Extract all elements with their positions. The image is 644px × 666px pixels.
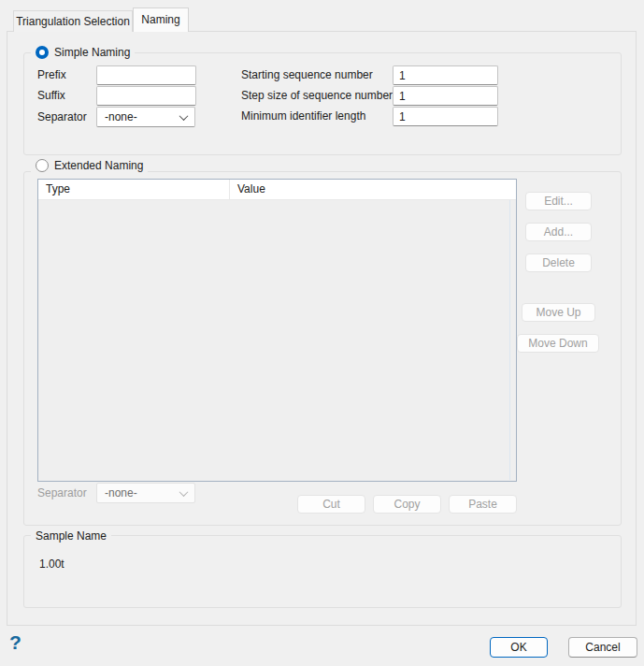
extended-naming-legend: Extended Naming	[31, 158, 148, 173]
cancel-button[interactable]: Cancel	[568, 637, 637, 658]
extended-separator-dropdown-value: -none-	[105, 486, 180, 500]
prefix-input[interactable]	[96, 65, 196, 85]
min-identifier-length-input[interactable]	[393, 107, 498, 126]
move-up-button[interactable]: Move Up	[522, 303, 595, 322]
table-gridline	[509, 200, 510, 480]
add-button[interactable]: Add...	[525, 223, 592, 241]
tab-label: Naming	[141, 13, 179, 26]
prefix-label: Prefix	[37, 65, 66, 85]
separator-label: Separator	[37, 108, 87, 127]
starting-sequence-number-label: Starting sequence number	[241, 65, 373, 85]
min-identifier-length-label: Minimum identifier length	[241, 107, 365, 126]
delete-button[interactable]: Delete	[525, 253, 592, 272]
naming-dialog: Triangulation Selection Naming Simple Na…	[0, 0, 644, 666]
column-header-type[interactable]: Type	[38, 180, 230, 199]
extended-separator-dropdown[interactable]: -none-	[96, 483, 195, 503]
chevron-down-icon	[179, 111, 189, 121]
tab-label: Triangulation Selection	[16, 15, 130, 28]
copy-button[interactable]: Copy	[373, 495, 441, 514]
step-size-input[interactable]	[393, 86, 498, 106]
column-header-value[interactable]: Value	[230, 180, 516, 199]
ok-button[interactable]: OK	[490, 637, 548, 658]
simple-naming-label: Simple Naming	[54, 46, 130, 59]
extended-naming-radio[interactable]	[36, 159, 49, 172]
step-size-label: Step size of sequence number	[241, 86, 393, 106]
sample-name-group	[23, 535, 622, 608]
move-down-button[interactable]: Move Down	[517, 334, 599, 353]
suffix-input[interactable]	[96, 86, 196, 106]
cut-button[interactable]: Cut	[297, 495, 365, 514]
sample-name-value: 1.00t	[39, 557, 64, 571]
chevron-down-icon	[179, 487, 189, 497]
extended-naming-table[interactable]: Type Value	[37, 179, 517, 482]
table-header: Type Value	[38, 180, 516, 200]
extended-separator-label: Separator	[37, 484, 87, 503]
tab-naming[interactable]: Naming	[133, 7, 189, 32]
sample-name-label: Sample Name	[36, 529, 107, 543]
tab-triangulation-selection[interactable]: Triangulation Selection	[13, 10, 133, 32]
edit-button[interactable]: Edit...	[525, 192, 592, 210]
suffix-label: Suffix	[37, 86, 65, 106]
separator-dropdown[interactable]: -none-	[96, 107, 195, 127]
extended-naming-label: Extended Naming	[54, 159, 143, 172]
starting-sequence-number-input[interactable]	[393, 65, 498, 85]
separator-dropdown-value: -none-	[105, 110, 180, 123]
paste-button[interactable]: Paste	[449, 495, 517, 514]
sample-name-legend: Sample Name	[31, 528, 111, 543]
help-icon[interactable]: ?	[9, 632, 21, 653]
simple-naming-legend: Simple Naming	[31, 45, 135, 60]
simple-naming-radio[interactable]	[36, 46, 49, 59]
